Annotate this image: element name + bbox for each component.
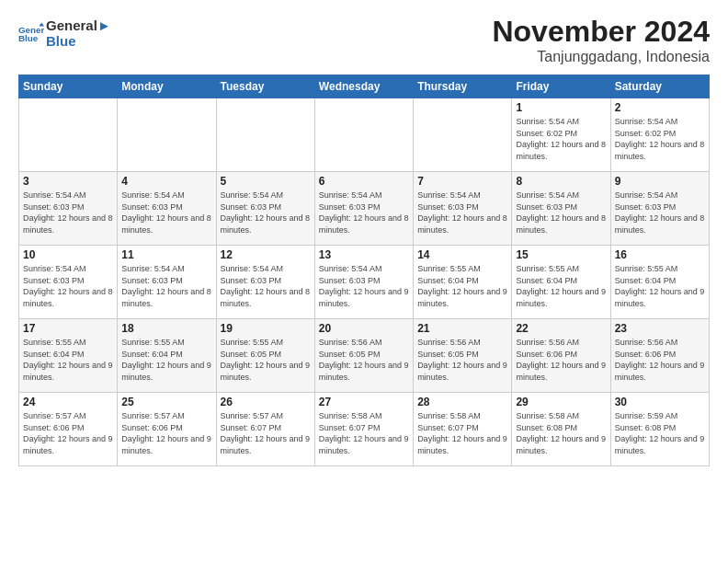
weekday-header-saturday: Saturday [610,75,709,98]
calendar-cell: 16Sunrise: 5:55 AM Sunset: 6:04 PM Dayli… [610,246,709,319]
calendar-cell [216,98,314,172]
calendar-cell: 27Sunrise: 5:58 AM Sunset: 6:07 PM Dayli… [314,393,413,466]
calendar-cell: 21Sunrise: 5:56 AM Sunset: 6:05 PM Dayli… [414,319,512,393]
calendar-cell: 1Sunrise: 5:54 AM Sunset: 6:02 PM Daylig… [512,98,610,172]
week-row-2: 3Sunrise: 5:54 AM Sunset: 6:03 PM Daylig… [19,172,710,246]
day-info: Sunrise: 5:54 AM Sunset: 6:03 PM Dayligh… [221,263,311,309]
location-title: Tanjunggadang, Indonesia [492,49,710,65]
calendar-cell: 28Sunrise: 5:58 AM Sunset: 6:07 PM Dayli… [414,393,512,466]
day-number: 18 [121,322,211,335]
calendar-cell [314,98,413,172]
day-number: 15 [516,248,606,261]
day-number: 16 [615,248,705,261]
day-number: 5 [221,175,311,188]
day-number: 4 [121,175,211,188]
day-info: Sunrise: 5:54 AM Sunset: 6:03 PM Dayligh… [121,190,211,236]
day-number: 12 [221,248,311,261]
day-info: Sunrise: 5:56 AM Sunset: 6:05 PM Dayligh… [417,337,507,383]
day-number: 19 [221,322,311,335]
header: General Blue General► Blue November 2024… [18,15,710,65]
day-number: 22 [516,322,606,335]
calendar-cell: 10Sunrise: 5:54 AM Sunset: 6:03 PM Dayli… [19,246,118,319]
day-info: Sunrise: 5:56 AM Sunset: 6:05 PM Dayligh… [319,337,409,383]
logo: General Blue General► Blue [18,18,111,49]
week-row-5: 24Sunrise: 5:57 AM Sunset: 6:06 PM Dayli… [19,393,710,466]
day-info: Sunrise: 5:58 AM Sunset: 6:08 PM Dayligh… [516,410,606,456]
calendar-table: SundayMondayTuesdayWednesdayThursdayFrid… [18,75,710,466]
calendar-cell: 4Sunrise: 5:54 AM Sunset: 6:03 PM Daylig… [118,172,216,246]
weekday-header-friday: Friday [512,75,610,98]
day-info: Sunrise: 5:56 AM Sunset: 6:06 PM Dayligh… [615,337,705,383]
month-title: November 2024 [492,15,710,49]
calendar-cell: 8Sunrise: 5:54 AM Sunset: 6:03 PM Daylig… [512,172,610,246]
day-info: Sunrise: 5:55 AM Sunset: 6:04 PM Dayligh… [516,263,606,309]
day-number: 17 [23,322,113,335]
week-row-1: 1Sunrise: 5:54 AM Sunset: 6:02 PM Daylig… [19,98,710,172]
day-number: 23 [615,322,705,335]
calendar-cell: 24Sunrise: 5:57 AM Sunset: 6:06 PM Dayli… [19,393,118,466]
day-number: 11 [121,248,211,261]
calendar-cell: 2Sunrise: 5:54 AM Sunset: 6:02 PM Daylig… [610,98,709,172]
day-info: Sunrise: 5:54 AM Sunset: 6:03 PM Dayligh… [23,263,113,309]
day-info: Sunrise: 5:54 AM Sunset: 6:02 PM Dayligh… [615,116,705,162]
day-number: 1 [516,101,606,114]
day-info: Sunrise: 5:54 AM Sunset: 6:02 PM Dayligh… [516,116,606,162]
calendar-cell: 20Sunrise: 5:56 AM Sunset: 6:05 PM Dayli… [314,319,413,393]
day-info: Sunrise: 5:54 AM Sunset: 6:03 PM Dayligh… [615,190,705,236]
calendar-cell: 23Sunrise: 5:56 AM Sunset: 6:06 PM Dayli… [610,319,709,393]
week-row-4: 17Sunrise: 5:55 AM Sunset: 6:04 PM Dayli… [19,319,710,393]
calendar-cell: 11Sunrise: 5:54 AM Sunset: 6:03 PM Dayli… [118,246,216,319]
calendar-cell: 22Sunrise: 5:56 AM Sunset: 6:06 PM Dayli… [512,319,610,393]
calendar-cell: 3Sunrise: 5:54 AM Sunset: 6:03 PM Daylig… [19,172,118,246]
calendar-cell: 15Sunrise: 5:55 AM Sunset: 6:04 PM Dayli… [512,246,610,319]
day-info: Sunrise: 5:54 AM Sunset: 6:03 PM Dayligh… [121,263,211,309]
calendar-cell [118,98,216,172]
calendar-cell: 25Sunrise: 5:57 AM Sunset: 6:06 PM Dayli… [118,393,216,466]
calendar-cell [19,98,118,172]
weekday-header-row: SundayMondayTuesdayWednesdayThursdayFrid… [19,75,710,98]
day-info: Sunrise: 5:54 AM Sunset: 6:03 PM Dayligh… [319,190,409,236]
calendar-cell: 5Sunrise: 5:54 AM Sunset: 6:03 PM Daylig… [216,172,314,246]
weekday-header-tuesday: Tuesday [216,75,314,98]
calendar-cell: 7Sunrise: 5:54 AM Sunset: 6:03 PM Daylig… [414,172,512,246]
day-info: Sunrise: 5:54 AM Sunset: 6:03 PM Dayligh… [319,263,409,309]
weekday-header-sunday: Sunday [19,75,118,98]
page: General Blue General► Blue November 2024… [0,0,728,563]
day-number: 6 [319,175,409,188]
day-number: 9 [615,175,705,188]
day-number: 25 [121,396,211,408]
day-info: Sunrise: 5:54 AM Sunset: 6:03 PM Dayligh… [221,190,311,236]
calendar-cell: 6Sunrise: 5:54 AM Sunset: 6:03 PM Daylig… [314,172,413,246]
calendar-cell: 30Sunrise: 5:59 AM Sunset: 6:08 PM Dayli… [610,393,709,466]
day-number: 28 [417,396,507,408]
day-number: 7 [417,175,507,188]
day-number: 2 [615,101,705,114]
logo-icon: General Blue [18,21,44,47]
day-number: 14 [417,248,507,261]
day-info: Sunrise: 5:56 AM Sunset: 6:06 PM Dayligh… [516,337,606,383]
calendar-cell: 19Sunrise: 5:55 AM Sunset: 6:05 PM Dayli… [216,319,314,393]
day-number: 30 [615,396,705,408]
calendar-cell [414,98,512,172]
calendar-cell: 14Sunrise: 5:55 AM Sunset: 6:04 PM Dayli… [414,246,512,319]
calendar-cell: 18Sunrise: 5:55 AM Sunset: 6:04 PM Dayli… [118,319,216,393]
day-number: 3 [23,175,113,188]
day-info: Sunrise: 5:55 AM Sunset: 6:04 PM Dayligh… [615,263,705,309]
calendar-cell: 13Sunrise: 5:54 AM Sunset: 6:03 PM Dayli… [314,246,413,319]
day-info: Sunrise: 5:55 AM Sunset: 6:04 PM Dayligh… [23,337,113,383]
day-info: Sunrise: 5:58 AM Sunset: 6:07 PM Dayligh… [417,410,507,456]
weekday-header-thursday: Thursday [414,75,512,98]
title-area: November 2024 Tanjunggadang, Indonesia [492,15,710,65]
day-info: Sunrise: 5:58 AM Sunset: 6:07 PM Dayligh… [319,410,409,456]
day-info: Sunrise: 5:54 AM Sunset: 6:03 PM Dayligh… [516,190,606,236]
day-number: 27 [319,396,409,408]
day-info: Sunrise: 5:57 AM Sunset: 6:06 PM Dayligh… [23,410,113,456]
logo-text: General► Blue [46,18,111,49]
day-number: 29 [516,396,606,408]
day-info: Sunrise: 5:59 AM Sunset: 6:08 PM Dayligh… [615,410,705,456]
calendar-cell: 9Sunrise: 5:54 AM Sunset: 6:03 PM Daylig… [610,172,709,246]
calendar-cell: 26Sunrise: 5:57 AM Sunset: 6:07 PM Dayli… [216,393,314,466]
day-info: Sunrise: 5:55 AM Sunset: 6:04 PM Dayligh… [121,337,211,383]
day-info: Sunrise: 5:54 AM Sunset: 6:03 PM Dayligh… [417,190,507,236]
day-info: Sunrise: 5:55 AM Sunset: 6:04 PM Dayligh… [417,263,507,309]
